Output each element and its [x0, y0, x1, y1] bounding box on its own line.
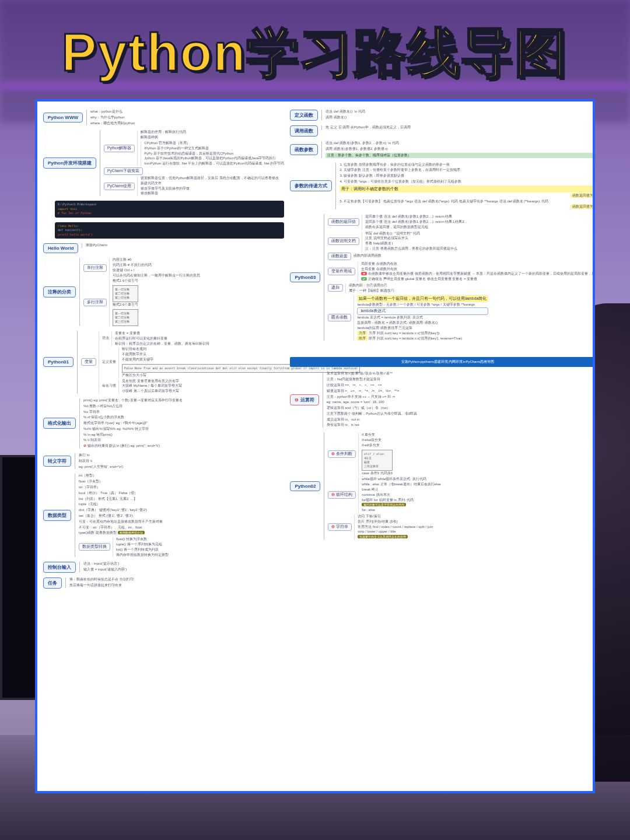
node-hello: Hello World	[43, 243, 78, 253]
col-python01: Python WWW what：python是什么 why：为什么学python…	[43, 110, 284, 783]
code-screenshot-1: E:\Python3.9\Workspace import this # The…	[55, 201, 284, 218]
minus-icon: ⊖	[331, 524, 335, 528]
warning-icon: ⊘	[83, 444, 86, 447]
root-python01: Python01	[43, 357, 74, 367]
node-www: Python WWW	[43, 113, 83, 123]
node-def: 定义函数	[290, 110, 318, 121]
node-dtype: 数据类型	[43, 510, 71, 521]
node-var: 变量	[81, 358, 96, 366]
node-env: Python开发环境搭建	[43, 158, 96, 169]
check-icon: ✔	[361, 277, 367, 281]
col-right: 定义函数 语法 def 函数名(): \n 代码 调用 函数名() 调用函数 先…	[290, 110, 595, 783]
node-call: 调用函数	[290, 125, 318, 136]
node-param: 函数参数	[290, 144, 318, 155]
node-task: 任务	[43, 578, 62, 589]
root-python02: Python02	[290, 481, 320, 491]
header-python02: 安装Python-pycharm搭建环境 内网环境\nPyCharm思维导图	[290, 357, 595, 367]
page-title: Python学习路线导图	[0, 18, 630, 89]
node-op: ⊖ 运算符	[290, 394, 318, 405]
root-python03: Python03	[290, 272, 320, 282]
node-escape: 转义字符	[43, 456, 71, 467]
code-screenshot-2: class Hello: def run(self): print('hello…	[55, 222, 284, 239]
node-input: 控制台输入	[43, 562, 76, 573]
minus-icon: ⊖	[331, 452, 335, 456]
minus-icon: ⊖	[331, 492, 335, 496]
node-fmt: 格式化输出	[43, 418, 76, 429]
node-ptype: 参数的传递方式	[290, 180, 332, 191]
minus-icon: ⊖	[295, 397, 299, 402]
mindmap-sheet: Python WWW what：python是什么 why：为什么学python…	[35, 99, 595, 793]
error-icon: ✖	[361, 272, 367, 275]
node-comment: 注释的分类	[43, 286, 76, 298]
